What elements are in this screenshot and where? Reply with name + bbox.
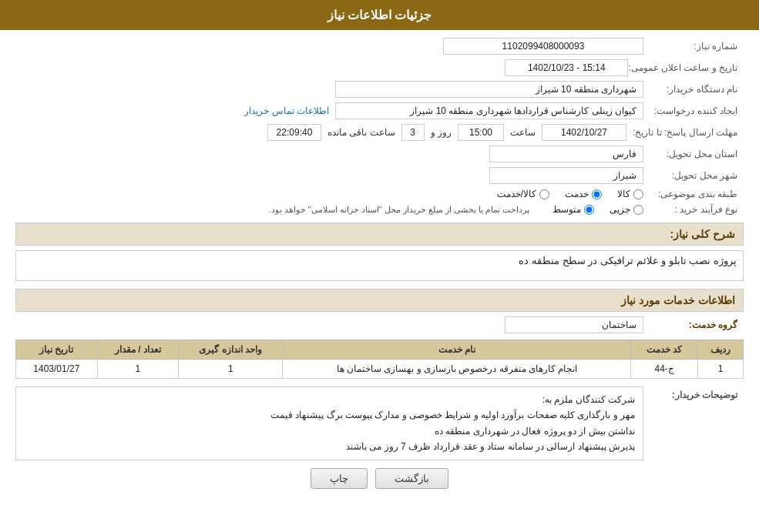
province-row: استان محل تحویل: فارس	[15, 146, 744, 162]
buyer-notes-box: شرکت کنندگان ملزم به:مهر و بارگذاری کلیه…	[15, 386, 643, 460]
deadline-remaining-label: ساعت باقی مانده	[327, 127, 395, 138]
section-need-header: شرح کلی نیاز:	[15, 223, 744, 246]
deadline-row: مهلت ارسال پاسخ: تا تاریخ: 1402/10/27 سا…	[15, 124, 744, 141]
col-service-code: کد خدمت	[631, 340, 698, 360]
cell-unit: 1	[179, 360, 283, 379]
buyer-notes-row: توضیحات خریدار: شرکت کنندگان ملزم به:مهر…	[15, 386, 744, 460]
buyer-notes-label: توضیحات خریدار:	[643, 386, 744, 400]
buyer-note-line: نداشتن بیش از دو پروژه فعال در شهرداری م…	[24, 423, 635, 439]
org-name-value: شهرداری منطقه 10 شیراز	[335, 81, 643, 98]
back-button[interactable]: بازگشت	[375, 468, 448, 489]
col-date: تاریخ نیاز	[16, 340, 98, 360]
need-number-value: 1102099408000093	[443, 38, 643, 55]
service-group-value: ساختمان	[505, 316, 643, 333]
category-label: طبقه بندی موضوعی:	[643, 189, 744, 199]
col-unit: واحد اندازه گیری	[179, 340, 283, 360]
creator-label: ایجاد کننده درخواست:	[643, 105, 744, 116]
creator-row: ایجاد کننده درخواست: کیوان زینلی کارشناس…	[15, 102, 744, 119]
category-option-goods[interactable]: کالا	[617, 189, 643, 199]
province-label: استان محل تحویل:	[643, 149, 744, 159]
buttons-row: بازگشت چاپ	[15, 468, 744, 489]
buyer-note-line: شرکت کنندگان ملزم به:	[24, 392, 635, 407]
purchase-type-radio-partial[interactable]	[633, 205, 643, 215]
purchase-type-options: جزیی متوسط پرداخت تمام یا بخشی از مبلغ خ…	[268, 204, 643, 215]
deadline-remaining: 22:09:40	[267, 124, 321, 141]
province-value: فارس	[489, 146, 643, 162]
table-header-row: ردیف کد خدمت نام خدمت واحد اندازه گیری ت…	[16, 340, 744, 360]
section-services-title: اطلاعات خدمات مورد نیاز	[621, 294, 735, 306]
creator-contact-link[interactable]: اطلاعات تماس خریدار	[244, 105, 329, 116]
table-row: 1 ج-44 انجام کارهای متفرقه درخصوص بازساز…	[16, 360, 744, 379]
city-label: شهر محل تحویل:	[643, 170, 744, 181]
col-service-name: نام خدمت	[283, 340, 631, 360]
category-options: کالا خدمت کالا/خدمت	[497, 189, 643, 199]
cell-service-name: انجام کارهای متفرقه درخصوص بازسازی و بهس…	[283, 360, 631, 379]
category-radio-goods[interactable]	[633, 189, 643, 199]
buyer-note-line: مهر و بارگذاری کلیه صفحات برآورد اولیه و…	[24, 407, 635, 423]
service-group-row: گروه خدمت: ساختمان	[15, 316, 744, 333]
purchase-type-label: نوع فرآیند خرید :	[643, 204, 744, 215]
date-value: 1402/10/23 - 15:14	[505, 59, 628, 76]
deadline-days: 3	[401, 124, 425, 141]
deadline-label: مهلت ارسال پاسخ: تا تاریخ:	[633, 127, 744, 138]
need-description-box: پروژه نصب تابلو و علائم ترافیکی در سطح م…	[15, 250, 744, 281]
category-option-service[interactable]: خدمت	[565, 189, 602, 199]
col-count: تعداد / مقدار	[97, 340, 179, 360]
deadline-day-label: روز و	[431, 127, 452, 138]
service-group-label: گروه خدمت:	[643, 320, 744, 330]
category-option-both[interactable]: کالا/خدمت	[497, 189, 549, 199]
cell-service-code: ج-44	[631, 360, 698, 379]
deadline-date: 1402/10/27	[542, 124, 626, 141]
org-name-row: نام دستگاه خریدار: شهرداری منطقه 10 شیرا…	[15, 81, 744, 98]
section-services-header: اطلاعات خدمات مورد نیاز	[15, 289, 744, 312]
purchase-type-partial[interactable]: جزیی	[610, 204, 643, 215]
cell-date: 1403/01/27	[16, 360, 98, 379]
page-header: جزئیات اطلاعات نیاز	[0, 0, 759, 30]
deadline-time: 15:00	[458, 124, 504, 141]
col-row-num: ردیف	[698, 340, 744, 360]
need-description-value: پروژه نصب تابلو و علائم ترافیکی در سطح م…	[15, 250, 744, 281]
need-number-row: شماره نیاز: 1102099408000093	[15, 38, 744, 55]
date-label: تاریخ و ساعت اعلان عمومی:	[628, 62, 744, 73]
cell-count: 1	[97, 360, 179, 379]
org-name-label: نام دستگاه خریدار:	[643, 84, 744, 95]
category-radio-both[interactable]	[539, 189, 549, 199]
buyer-note-line: پذیرش پیشنهاد ارسالی در سامانه ستاد و عق…	[24, 439, 635, 454]
deadline-time-label: ساعت	[510, 127, 536, 138]
cell-row-num: 1	[698, 360, 744, 379]
purchase-type-medium[interactable]: متوسط	[552, 204, 594, 215]
purchase-type-note: پرداخت تمام یا بخشی از مبلغ خریداز محل "…	[268, 205, 529, 215]
date-row: تاریخ و ساعت اعلان عمومی: 1402/10/23 - 1…	[15, 59, 744, 76]
city-row: شهر محل تحویل: شیراز	[15, 167, 744, 184]
print-button[interactable]: چاپ	[311, 468, 368, 489]
city-value: شیراز	[489, 167, 643, 184]
services-table: ردیف کد خدمت نام خدمت واحد اندازه گیری ت…	[15, 340, 744, 379]
category-row: طبقه بندی موضوعی: کالا خدمت کالا/خدمت	[15, 189, 744, 199]
section-need-title: شرح کلی نیاز:	[670, 228, 735, 240]
page-title: جزئیات اطلاعات نیاز	[327, 8, 432, 22]
purchase-type-row: نوع فرآیند خرید : جزیی متوسط پرداخت تمام…	[15, 204, 744, 215]
need-number-label: شماره نیاز:	[643, 41, 744, 52]
creator-value: کیوان زینلی کارشناس قراردادها شهرداری من…	[335, 102, 643, 119]
category-radio-service[interactable]	[592, 189, 602, 199]
purchase-type-radio-medium[interactable]	[584, 205, 594, 215]
